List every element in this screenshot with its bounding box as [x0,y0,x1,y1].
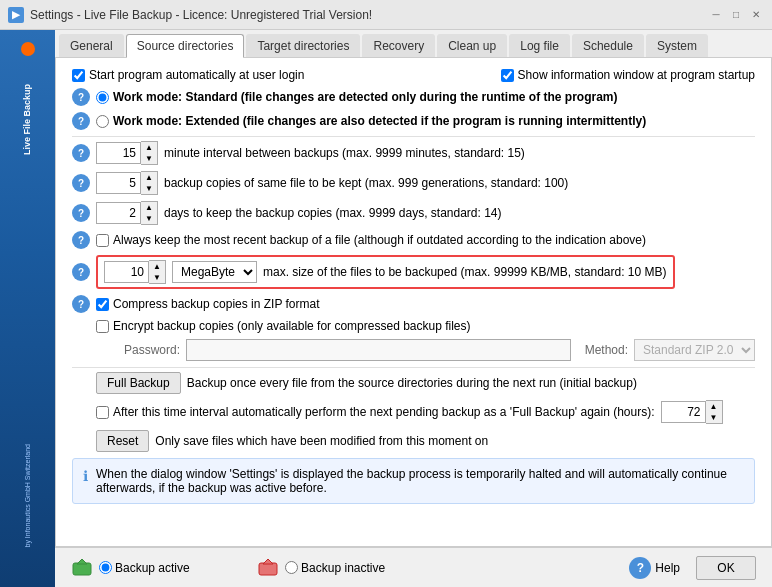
days-spinner-btns: ▲ ▼ [141,201,158,225]
tab-target-directories[interactable]: Target directories [246,34,360,57]
interval-row: ? 15 ▲ ▼ minute interval between backups… [72,141,755,165]
app-icon: ▶ [8,7,24,23]
tab-recovery[interactable]: Recovery [362,34,435,57]
after-time-row: After this time interval automatically p… [72,400,755,424]
copies-input[interactable]: 5 [96,172,141,194]
password-label: Password: [124,343,180,357]
work-mode-standard-label[interactable]: Work mode: Standard (file changes are de… [96,90,618,104]
backup-inactive-label[interactable]: Backup inactive [285,561,385,575]
svg-marker-3 [263,559,273,564]
interval-up-btn[interactable]: ▲ [141,142,157,153]
work-mode-standard-radio[interactable] [96,91,109,104]
after-time-up-btn[interactable]: ▲ [706,401,722,412]
help-btn-workmode-extended[interactable]: ? [72,112,90,130]
copies-spinner: 5 ▲ ▼ [96,171,158,195]
help-btn-always-keep[interactable]: ? [72,231,90,249]
show-info-checkbox[interactable] [501,69,514,82]
always-keep-checkbox[interactable] [96,234,109,247]
tab-schedule[interactable]: Schedule [572,34,644,57]
max-size-up-btn[interactable]: ▲ [149,261,165,272]
backup-active-label[interactable]: Backup active [99,561,190,575]
interval-spinner-btns: ▲ ▼ [141,141,158,165]
start-program-checkbox[interactable] [72,69,85,82]
method-label: Method: [585,343,628,357]
after-time-spinner-btns: ▲ ▼ [706,400,723,424]
days-spinner: 2 ▲ ▼ [96,201,158,225]
show-info-label[interactable]: Show information window at program start… [501,68,755,82]
encrypt-checkbox[interactable] [96,320,109,333]
minimize-button[interactable]: ─ [708,7,724,23]
compress-zip-label[interactable]: Compress backup copies in ZIP format [96,297,320,311]
tab-bar: General Source directories Target direct… [55,30,772,58]
tab-cleanup[interactable]: Clean up [437,34,507,57]
content-area: General Source directories Target direct… [55,30,772,587]
password-input[interactable] [186,339,571,361]
after-time-label[interactable]: After this time interval automatically p… [96,405,655,419]
always-keep-row: ? Always keep the most recent backup of … [72,231,755,249]
work-mode-extended-label[interactable]: Work mode: Extended (file changes are al… [96,114,646,128]
compress-zip-checkbox[interactable] [96,298,109,311]
help-btn-max-size[interactable]: ? [72,263,90,281]
startup-row: Start program automatically at user logi… [72,68,755,82]
copies-spinner-btns: ▲ ▼ [141,171,158,195]
max-size-input[interactable]: 10 [104,261,149,283]
max-size-down-btn[interactable]: ▼ [149,272,165,283]
after-time-checkbox[interactable] [96,406,109,419]
copies-down-btn[interactable]: ▼ [141,183,157,194]
tab-logfile[interactable]: Log file [509,34,570,57]
interval-down-btn[interactable]: ▼ [141,153,157,164]
days-row: ? 2 ▲ ▼ days to keep the backup copies (… [72,201,755,225]
status-bar: Backup active Backup inactive ? Help [55,547,772,587]
close-button[interactable]: ✕ [748,7,764,23]
interval-input[interactable]: 15 [96,142,141,164]
ok-button[interactable]: OK [696,556,756,580]
max-size-highlighted: 10 ▲ ▼ MegaByte KiloByte max. size of th… [96,255,675,289]
tab-system[interactable]: System [646,34,708,57]
copies-up-btn[interactable]: ▲ [141,172,157,183]
help-btn-compress[interactable]: ? [72,295,90,313]
after-time-input[interactable]: 72 [661,401,706,423]
method-select[interactable]: Standard ZIP 2.0 [634,339,755,361]
work-mode-standard-row: ? Work mode: Standard (file changes are … [72,88,755,106]
encrypt-label[interactable]: Encrypt backup copies (only available fo… [96,319,471,333]
backup-inactive-section: Backup inactive [257,557,443,579]
maximize-button[interactable]: □ [728,7,744,23]
help-btn-workmode-standard[interactable]: ? [72,88,90,106]
days-input[interactable]: 2 [96,202,141,224]
help-status: ? Help [629,557,680,579]
full-backup-button[interactable]: Full Backup [96,372,181,394]
backup-inactive-radio[interactable] [285,561,298,574]
max-size-unit-select[interactable]: MegaByte KiloByte [172,261,257,283]
always-keep-label[interactable]: Always keep the most recent backup of a … [96,233,646,247]
help-btn-interval[interactable]: ? [72,144,90,162]
days-up-btn[interactable]: ▲ [141,202,157,213]
info-icon: ℹ [83,468,88,484]
reset-button[interactable]: Reset [96,430,149,452]
help-btn-days[interactable]: ? [72,204,90,222]
sidebar: Live File Backup by Infonautics GmbH Swi… [0,30,55,587]
tab-source-directories[interactable]: Source directories [126,34,245,58]
max-size-spinner-btns: ▲ ▼ [149,260,166,284]
days-down-btn[interactable]: ▼ [141,213,157,224]
main-container: Live File Backup by Infonautics GmbH Swi… [0,30,772,587]
help-btn-copies[interactable]: ? [72,174,90,192]
window-controls: ─ □ ✕ [708,7,764,23]
after-time-spinner: 72 ▲ ▼ [661,400,723,424]
after-time-down-btn[interactable]: ▼ [706,412,722,423]
reset-row: Reset Only save files which have been mo… [72,430,755,452]
password-row: Password: Method: Standard ZIP 2.0 [102,339,755,361]
start-program-label[interactable]: Start program automatically at user logi… [72,68,304,82]
backup-active-radio[interactable] [99,561,112,574]
help-label: Help [655,561,680,575]
interval-spinner: 15 ▲ ▼ [96,141,158,165]
settings-panel: Start program automatically at user logi… [55,58,772,547]
sidebar-app-name: Live File Backup [18,80,38,159]
work-mode-extended-radio[interactable] [96,115,109,128]
title-bar-text: Settings - Live File Backup - Licence: U… [30,8,708,22]
title-bar: ▶ Settings - Live File Backup - Licence:… [0,0,772,30]
svg-marker-1 [77,559,87,564]
backup-active-icon [71,557,93,579]
tab-general[interactable]: General [59,34,124,57]
divider-2 [72,367,755,368]
svg-rect-0 [73,563,91,575]
